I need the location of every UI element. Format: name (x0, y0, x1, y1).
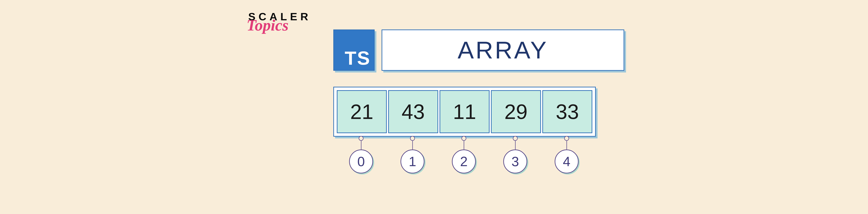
array-cell: 11 (439, 90, 490, 133)
index-value: 3 (512, 154, 519, 170)
array-index: 3 (490, 137, 540, 173)
connector-line (412, 141, 413, 149)
array-cell-value: 11 (453, 100, 476, 123)
index-circle: 4 (555, 149, 579, 173)
typescript-badge: TS (333, 30, 375, 71)
connector-line (515, 141, 516, 149)
connector-tip-icon (410, 136, 415, 141)
array-cell: 21 (337, 90, 387, 133)
connector-tip-icon (359, 136, 364, 141)
array-cell: 33 (542, 90, 592, 133)
scaler-topics-logo: SCALER Topics (248, 10, 312, 32)
array-index: 2 (439, 137, 489, 173)
array-indices-row: 0 1 2 3 4 (333, 137, 596, 173)
index-circle: 2 (452, 149, 476, 173)
array-cell-value: 43 (402, 100, 425, 123)
array-cells-row: 21 43 11 29 33 (333, 87, 596, 137)
array-cell: 29 (491, 90, 541, 133)
array-cell-value: 33 (556, 100, 579, 123)
connector-line (464, 141, 464, 149)
typescript-badge-text: TS (345, 46, 374, 70)
connector-tip-icon (564, 136, 569, 141)
array-index: 0 (336, 137, 386, 173)
index-circle: 1 (401, 149, 425, 173)
index-value: 1 (409, 154, 416, 170)
index-value: 2 (460, 154, 467, 170)
connector-line (566, 141, 567, 149)
array-visual: 21 43 11 29 33 0 1 2 (333, 87, 596, 173)
header-row: TS ARRAY (333, 30, 624, 71)
index-circle: 3 (503, 149, 527, 173)
connector-tip-icon (513, 136, 518, 141)
array-cell-value: 29 (504, 100, 527, 123)
array-title-box: ARRAY (381, 30, 624, 71)
index-value: 4 (563, 154, 570, 170)
connector-tip-icon (461, 136, 466, 141)
connector-line (361, 141, 362, 149)
index-value: 0 (357, 154, 365, 170)
array-title-text: ARRAY (458, 36, 548, 64)
array-cell-value: 21 (350, 100, 373, 123)
array-index: 4 (541, 137, 592, 173)
array-index: 1 (388, 137, 437, 173)
array-cell: 43 (388, 90, 438, 133)
index-circle: 0 (349, 149, 373, 173)
diagram-canvas: SCALER Topics TS ARRAY 21 43 11 29 33 0 (0, 0, 868, 214)
